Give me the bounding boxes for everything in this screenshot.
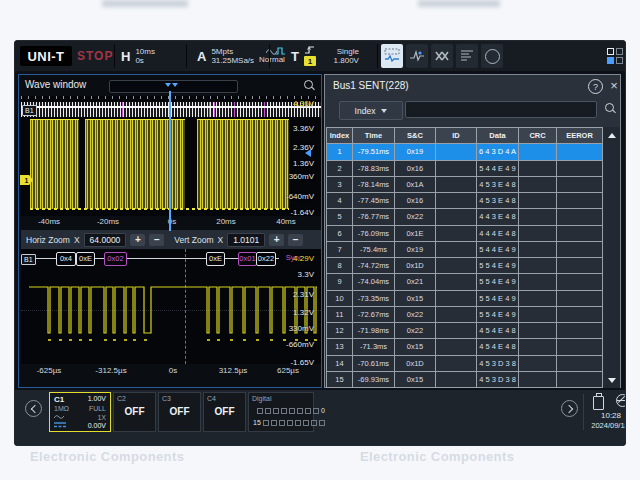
vert-zoom-value[interactable]: 1.0101 (227, 233, 265, 247)
table-row[interactable]: 9-74.04ms0x215 5 4 E 4 9 (327, 274, 602, 289)
table-row[interactable]: 12-71.98ms0x224 5 4 E 4 8 (327, 323, 602, 338)
c1-probe-icon (54, 414, 64, 420)
column-header: Index (327, 128, 352, 143)
horiz-zoom-value[interactable]: 64.0000 (84, 233, 127, 247)
table-cell (519, 291, 556, 306)
xy-tool-button[interactable] (431, 44, 453, 68)
zoom-cursor-line[interactable] (169, 91, 171, 231)
close-icon[interactable]: × (607, 77, 621, 93)
horiz-zoom-in-button[interactable]: + (130, 234, 145, 246)
table-row[interactable]: 14-70.61ms0x1D4 5 3 D 3 8 (327, 356, 602, 371)
horiz-zoom-out-button[interactable]: − (149, 234, 164, 246)
measure-tool-button[interactable] (406, 44, 428, 68)
table-cell (557, 209, 602, 224)
table-cell: 14 (327, 356, 352, 371)
tick-ruler (21, 96, 321, 99)
table-row[interactable]: 5-76.77ms0x224 4 3 E 4 8 (327, 209, 602, 224)
run-state-indicator[interactable]: STOP (77, 49, 113, 63)
channel3-tile[interactable]: C3 OFF (158, 392, 201, 432)
upper-voltage-label: 360mV (289, 172, 314, 181)
table-cell (557, 177, 602, 192)
expand-right-button[interactable] (561, 400, 578, 417)
wave-search-icon[interactable] (304, 80, 315, 91)
table-cell: 0x22 (395, 307, 435, 322)
table-cell: 4 5 3 D 3 8 (477, 356, 518, 371)
table-cell: -74.72ms (353, 258, 394, 273)
table-cell (557, 193, 602, 208)
bus-event-tick (209, 102, 210, 117)
table-search-icon[interactable] (605, 103, 616, 114)
table-cell: 4 (327, 193, 352, 208)
table-scrollbar[interactable] (603, 127, 620, 388)
vert-zoom-in-button[interactable]: + (269, 234, 284, 246)
scroll-up-button[interactable] (603, 127, 620, 143)
table-cell: 5 5 4 E 4 9 (477, 307, 518, 322)
table-cell: -71.98ms (353, 323, 394, 338)
table-row[interactable]: 6-76.09ms0x1E4 4 4 E 4 8 (327, 226, 602, 241)
trigger-level-marker[interactable] (305, 149, 311, 157)
horizontal-settings-button[interactable]: H 10ms 0s (121, 41, 155, 71)
table-cell (519, 274, 556, 289)
upper-time-label: -20ms (86, 217, 130, 226)
upper-voltage-label: 4.36V (293, 99, 314, 108)
chevron-left-icon (30, 404, 38, 412)
bus1-tag-lower: B1 (21, 254, 36, 265)
trigger-settings-button[interactable]: T 1 Single 1.800V (275, 41, 359, 71)
zoomed-plot[interactable]: B1 0x40xE0x020xE0x010x22Sync (21, 249, 321, 364)
wave-zoom-tool-button[interactable] (381, 44, 403, 68)
wave-window: Wave window B1 1 -40ms-20ms0s20ms40ms Ho… (18, 74, 322, 388)
table-cell (519, 177, 556, 192)
horiz-zoom-prefix: X (74, 235, 80, 245)
table-row[interactable]: 13-71.3ms0x154 5 4 E 4 8 (327, 339, 602, 354)
table-row[interactable]: 11-72.67ms0x225 5 4 E 4 9 (327, 307, 602, 322)
table-row[interactable]: 3-78.14ms0x1A4 5 3 E 4 8 (327, 177, 602, 192)
table-row[interactable]: 10-73.35ms0x155 5 4 E 4 9 (327, 291, 602, 306)
upper-time-label: 40ms (264, 217, 308, 226)
lower-voltage-label: 3.3V (298, 270, 314, 279)
navigator-cursor-handle[interactable] (165, 83, 178, 87)
table-cell: 5 5 4 E 4 9 (477, 291, 518, 306)
overview-plot[interactable]: B1 (21, 96, 321, 216)
table-cell: 8 (327, 258, 352, 273)
table-cell: 6 4 3 D 4 A (477, 144, 518, 159)
filter-search-input[interactable] (405, 101, 597, 118)
decode-value: 0x01 (238, 252, 257, 266)
acquire-settings-button[interactable]: A 5Mpts 31.25MSa/s Normal (197, 41, 285, 71)
table-row[interactable]: 2-78.83ms0x165 4 4 E 4 9 (327, 161, 602, 176)
channel1-tile[interactable]: C1 1.00V 1MΩ FULL 1X 0.00V (49, 392, 111, 432)
dial-tool-button[interactable] (481, 44, 503, 68)
table-cell (436, 144, 476, 159)
channel4-tile[interactable]: C4 OFF (203, 392, 246, 432)
window-layout-button[interactable] (607, 48, 623, 64)
decode-value: 0x02 (104, 252, 127, 266)
table-cell (436, 307, 476, 322)
table-cell: 15 (327, 372, 352, 387)
upper-time-label: 20ms (204, 217, 248, 226)
usb-icon (593, 396, 604, 410)
c3-state: OFF (159, 406, 200, 417)
upper-voltage-label: -640mV (286, 192, 314, 201)
events-list-button[interactable] (456, 44, 478, 68)
bus1-sent-panel: Bus1 SENT(228) ? × Index IndexTimeS&CIDD… (324, 74, 621, 388)
circle-icon (485, 49, 500, 64)
help-icon[interactable]: ? (588, 79, 603, 94)
table-row[interactable]: 1-79.51ms0x196 4 3 D 4 A (327, 144, 602, 159)
collapse-left-button[interactable] (25, 400, 42, 417)
filter-field-dropdown[interactable]: Index (339, 101, 403, 120)
table-row[interactable]: 15-69.93ms0x154 5 3 D 3 8 (327, 372, 602, 387)
lower-voltage-label: 4.29V (293, 254, 314, 263)
scroll-down-button[interactable] (603, 372, 620, 388)
table-row[interactable]: 7-75.4ms0x195 4 4 E 4 9 (327, 242, 602, 257)
table-row[interactable]: 8-74.72ms0x1D5 5 4 E 4 9 (327, 258, 602, 273)
table-cell (557, 356, 602, 371)
table-cell: 4 5 3 E 4 8 (477, 177, 518, 192)
vert-zoom-out-button[interactable]: − (288, 234, 303, 246)
decode-value: 0x22 (256, 252, 276, 266)
c4-name: C4 (207, 395, 216, 402)
channel2-tile[interactable]: C2 OFF (113, 392, 156, 432)
table-row[interactable]: 4-77.45ms0x164 5 3 E 4 8 (327, 193, 602, 208)
digital-channels-tile[interactable]: Digital 0 15 (248, 392, 314, 432)
table-header-row: IndexTimeS&CIDDataCRCEEROR (327, 128, 602, 143)
c4-state: OFF (204, 406, 245, 417)
table-cell: 12 (327, 323, 352, 338)
